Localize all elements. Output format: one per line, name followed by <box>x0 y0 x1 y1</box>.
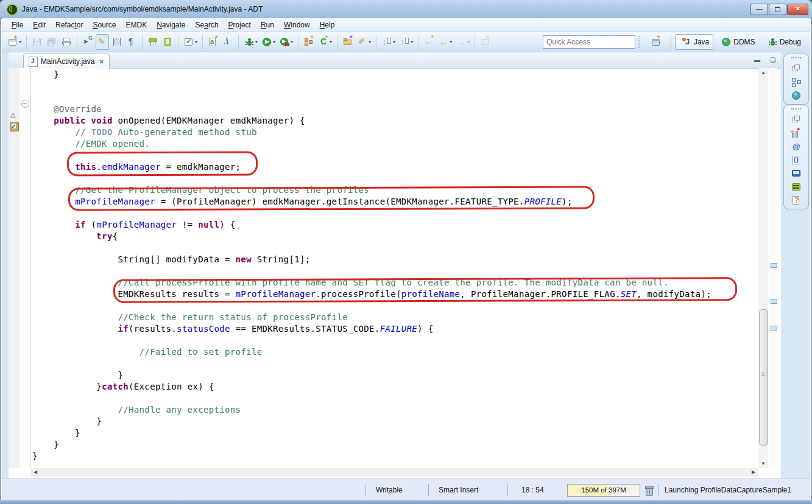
quick-access-input[interactable] <box>543 35 635 49</box>
menu-edit[interactable]: Edit <box>28 19 51 30</box>
menu-emdk[interactable]: EMDK <box>121 19 152 30</box>
debug-button[interactable]: ▾ <box>242 34 259 50</box>
dropdown-arrow-icon[interactable]: ▾ <box>273 39 275 44</box>
tab-mainactivity[interactable]: J MainActivity.java ✕ <box>23 54 110 69</box>
declaration-view-button[interactable]: () <box>789 153 803 167</box>
menu-file[interactable]: File <box>7 19 28 30</box>
toolbar-separator <box>77 35 77 49</box>
open-perspective-icon: ✦ <box>651 37 662 47</box>
menu-run[interactable]: Run <box>256 19 279 30</box>
lint-check-button[interactable]: ✓▾ <box>182 34 199 50</box>
vertical-scrollbar[interactable]: ▲ ▼ <box>758 68 768 468</box>
new-java-project-button[interactable]: ✦ <box>302 34 316 50</box>
menu-project[interactable]: Project <box>224 19 256 30</box>
run-external-tools-button[interactable]: ▶▾ <box>278 34 294 50</box>
perspective-ddms[interactable]: DDMS <box>715 34 759 50</box>
scroll-right-icon[interactable]: ▶ <box>749 468 758 477</box>
pin-editor-button: ✎ <box>479 34 492 50</box>
annotation-ruler[interactable]: △ <box>9 68 19 468</box>
menu-search[interactable]: Search <box>191 19 224 30</box>
web-browser-button[interactable] <box>789 89 803 102</box>
overview-ruler[interactable] <box>769 68 777 468</box>
dropdown-arrow-icon[interactable]: ▾ <box>467 39 470 44</box>
titlebar[interactable]: () Java - EMDKSample/src/com/symbol/emdk… <box>0 0 812 19</box>
scroll-up-icon[interactable]: ▲ <box>758 68 768 77</box>
code-area[interactable]: } @Override public void onOpened(EMDKMan… <box>30 68 760 468</box>
search-button[interactable]: ✐▾ <box>356 34 372 50</box>
dropdown-arrow-icon[interactable]: ▾ <box>291 39 293 44</box>
dropdown-arrow-icon[interactable]: ▾ <box>450 39 452 44</box>
last-edit-location-button[interactable]: ←✶ <box>422 34 436 50</box>
folding-ruler[interactable] <box>19 68 31 468</box>
grip-handle[interactable] <box>791 57 801 60</box>
restore-view-button[interactable] <box>789 113 803 127</box>
new-wizard-button[interactable]: ✦▾ <box>6 34 23 50</box>
next-annotation-icon: ↓ <box>381 37 392 47</box>
android-sdk-manager-button[interactable]: ↓ <box>146 34 160 50</box>
fold-collapse-icon[interactable] <box>21 100 29 108</box>
scroll-down-icon[interactable]: ▼ <box>758 459 768 468</box>
menu-help[interactable]: Help <box>315 19 340 30</box>
open-task-button[interactable]: ✦ <box>341 34 355 50</box>
toolbar-separator <box>475 35 475 49</box>
garbage-collect-button[interactable] <box>644 485 654 496</box>
toolbar-separator <box>638 36 641 48</box>
close-button[interactable]: ✕ <box>787 4 808 15</box>
perspective-debug[interactable]: Debug <box>761 34 805 50</box>
previous-annotation-button[interactable]: ↑▾ <box>398 34 414 50</box>
menu-window[interactable]: Window <box>279 19 315 30</box>
code-line <box>32 92 760 103</box>
problems-view-button[interactable]: ●● <box>789 127 803 140</box>
back-button[interactable]: ←▾ <box>437 34 453 50</box>
scroll-left-icon[interactable]: ◀ <box>30 468 40 477</box>
menu-source[interactable]: Source <box>88 19 121 30</box>
help-view-button[interactable]: ? <box>789 194 803 207</box>
maximize-button[interactable] <box>769 4 786 15</box>
occurrence-mark[interactable] <box>771 326 777 331</box>
grip-handle[interactable] <box>791 108 801 111</box>
perspective-open-perspective[interactable]: ✦ <box>644 34 666 50</box>
code-line: String[] modifyData = new String[1]; <box>32 254 760 265</box>
occurrence-mark[interactable] <box>771 263 777 268</box>
dropdown-arrow-icon[interactable]: ▾ <box>330 39 332 44</box>
logcat-view-button[interactable] <box>789 180 803 194</box>
perspective-java[interactable]: JJava <box>675 34 713 50</box>
minimize-view-button[interactable]: ▬ <box>750 55 764 65</box>
new-android-app-button[interactable]: a✦ <box>207 34 220 50</box>
horizontal-scrollbar[interactable]: ◀ ▶ <box>30 468 758 477</box>
menu-navigate[interactable]: Navigate <box>152 19 190 30</box>
dropdown-arrow-icon[interactable]: ▾ <box>195 39 197 44</box>
show-whitespace-button[interactable]: ¶ <box>125 34 138 50</box>
g-arrow-button[interactable]: ➤G <box>81 34 94 50</box>
show-selected-element-button[interactable] <box>110 34 124 50</box>
menu-refactor[interactable]: Refactor <box>51 19 88 30</box>
lint-check-icon: ✓ <box>183 37 194 47</box>
occurrence-mark[interactable] <box>771 299 777 304</box>
new-class-button[interactable]: C✦▾ <box>317 34 333 50</box>
web-browser-icon <box>791 90 802 101</box>
maximize-view-button[interactable]: ❏ <box>766 55 780 65</box>
package-explorer-button[interactable] <box>789 75 803 89</box>
ddms-icon <box>721 37 732 47</box>
android-avd-manager-button[interactable] <box>161 34 174 50</box>
tab-close-icon[interactable]: ✕ <box>99 58 104 65</box>
skip-breakpoints-button[interactable]: \● <box>221 34 235 50</box>
mark-occurrences-button[interactable]: ✎ <box>96 34 109 50</box>
vertical-scroll-thumb[interactable] <box>759 309 768 446</box>
task-marker-icon[interactable] <box>10 122 19 131</box>
status-writable: Writable <box>365 484 428 496</box>
javadoc-view-button[interactable]: @ <box>789 140 803 153</box>
minimize-button[interactable]: — <box>750 4 768 15</box>
next-annotation-button[interactable]: ↓▾ <box>380 34 397 50</box>
g-arrow-icon: ➤G <box>82 37 93 47</box>
restore-view-button[interactable] <box>789 62 803 75</box>
print-button[interactable] <box>60 34 73 50</box>
console-view-button[interactable] <box>789 167 803 180</box>
run-button[interactable]: ▶▾ <box>260 34 277 50</box>
dropdown-arrow-icon[interactable]: ▾ <box>411 39 413 44</box>
red-annotation-oval <box>68 186 595 211</box>
dropdown-arrow-icon[interactable]: ▾ <box>255 39 258 44</box>
dropdown-arrow-icon[interactable]: ▾ <box>369 39 371 44</box>
dropdown-arrow-icon[interactable]: ▾ <box>19 39 21 44</box>
dropdown-arrow-icon[interactable]: ▾ <box>393 39 395 44</box>
